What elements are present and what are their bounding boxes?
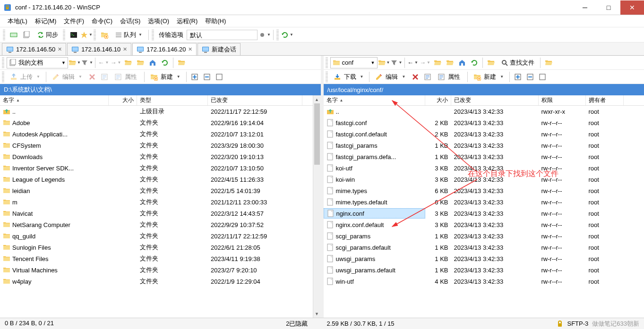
table-row[interactable]: Virtual Machines 文件夹 2023/2/7 9:20:10 bbox=[0, 264, 313, 276]
local-filter-button[interactable]: ▼ bbox=[81, 57, 93, 68]
menu-remote[interactable]: 远程(R) bbox=[174, 16, 200, 26]
local-delete-button[interactable] bbox=[86, 71, 98, 83]
table-row[interactable]: uwsgi_params.default 1 KB 2023/4/13 3:42… bbox=[324, 264, 644, 276]
table-row[interactable]: leidian 文件夹 2022/1/5 14:01:39 bbox=[0, 185, 313, 196]
local-forward-button[interactable]: →▼ bbox=[110, 57, 121, 68]
session-tab-3[interactable]: 新建会话 bbox=[197, 43, 240, 55]
close-button[interactable]: ✕ bbox=[620, 0, 644, 15]
remote-edit-button[interactable]: 编辑▼ bbox=[372, 71, 409, 83]
local-up-button[interactable] bbox=[122, 57, 134, 68]
transfer-settings-button[interactable]: ▼ bbox=[259, 29, 270, 41]
table-row[interactable]: w4play 文件夹 2022/1/9 12:29:04 bbox=[0, 276, 313, 287]
remote-views-button[interactable] bbox=[537, 71, 548, 83]
local-upload-button[interactable]: 上传▼ bbox=[7, 71, 43, 83]
menu-command[interactable]: 命令(C) bbox=[89, 16, 115, 26]
remote-find-button[interactable]: 查找文件 bbox=[498, 57, 538, 68]
menu-options[interactable]: 选项(O) bbox=[145, 16, 172, 26]
remote-open-button[interactable]: ▼ bbox=[378, 57, 390, 68]
col-size[interactable]: 大小 bbox=[109, 95, 137, 105]
local-rename-button[interactable] bbox=[99, 71, 110, 83]
table-row[interactable]: fastcgi_params.defa... 1 KB 2023/4/13 3:… bbox=[324, 151, 644, 162]
remote-delete-button[interactable] bbox=[410, 71, 421, 83]
col-size[interactable]: 大小 bbox=[425, 95, 451, 105]
sync-button[interactable]: 同步 bbox=[34, 29, 61, 41]
menu-session[interactable]: 会话(S) bbox=[117, 16, 143, 26]
table-row[interactable]: uwsgi_params 1 KB 2023/4/13 3:42:33 rw-r… bbox=[324, 253, 644, 264]
minimize-button[interactable]: ─ bbox=[573, 0, 597, 15]
remote-expand-button[interactable] bbox=[512, 71, 524, 83]
table-row[interactable]: scgi_params 1 KB 2023/4/13 3:42:33 rw-r-… bbox=[324, 230, 644, 242]
reconnect-button[interactable]: ▼ bbox=[282, 29, 293, 41]
local-scrollbar[interactable]: ▲▼ bbox=[313, 95, 321, 318]
local-props-button[interactable]: 属性 bbox=[111, 71, 142, 83]
remote-refresh-button[interactable] bbox=[469, 57, 480, 68]
menu-mark[interactable]: 标记(M) bbox=[32, 16, 60, 26]
close-icon[interactable]: ✕ bbox=[58, 46, 62, 52]
compare-button[interactable] bbox=[21, 29, 32, 41]
menu-file[interactable]: 文件(F) bbox=[61, 16, 87, 26]
local-new-button[interactable]: 新建▼ bbox=[147, 71, 184, 83]
remote-dir-combo[interactable]: conf▼ bbox=[330, 57, 378, 68]
col-name[interactable]: 名字▲ bbox=[324, 95, 425, 105]
local-views-button[interactable] bbox=[214, 71, 225, 83]
table-row[interactable]: Tencent Files 文件夹 2023/4/11 9:19:38 bbox=[0, 253, 313, 264]
local-collapse-button[interactable] bbox=[201, 71, 213, 83]
menu-help[interactable]: 帮助(H) bbox=[202, 16, 229, 26]
remote-bookmark-button[interactable] bbox=[485, 57, 497, 68]
favorites-button[interactable]: ▼ bbox=[81, 29, 92, 41]
remote-collapse-button[interactable] bbox=[524, 71, 536, 83]
col-name[interactable]: 名字▲ bbox=[0, 95, 109, 105]
session-tab-1[interactable]: 172.16.146.10✕ bbox=[67, 43, 131, 55]
table-row[interactable]: League of Legends 文件夹 2022/4/15 11:26:33 bbox=[0, 174, 313, 185]
col-rights[interactable]: 权限 bbox=[539, 95, 586, 105]
local-file-list[interactable]: 名字▲ 大小 类型 已改变 .. 上级目录 2022/11/17 22:12:5… bbox=[0, 95, 313, 318]
remote-path-bar[interactable]: /usr/local/nginx/conf/ bbox=[324, 84, 644, 95]
table-row[interactable]: Adobe 文件夹 2022/9/16 19:14:04 bbox=[0, 117, 313, 128]
table-row[interactable]: koi-utf 3 KB 2023/4/13 3:42:33 rw-r--r--… bbox=[324, 162, 644, 174]
table-row[interactable]: fastcgi.conf.default 2 KB 2023/4/13 3:42… bbox=[324, 128, 644, 140]
new-folder-button[interactable] bbox=[99, 29, 110, 41]
transfer-options-combo[interactable]: 默认 bbox=[187, 30, 258, 40]
table-row[interactable]: scgi_params.default 1 KB 2023/4/13 3:42:… bbox=[324, 242, 644, 253]
table-row[interactable]: nginx.conf 3 KB 2023/4/13 3:42:33 rw-r--… bbox=[324, 208, 644, 219]
table-row[interactable]: fastcgi_params 1 KB 2023/4/13 3:42:33 rw… bbox=[324, 140, 644, 151]
local-back-button[interactable]: ←▼ bbox=[98, 57, 109, 68]
table-row[interactable]: CFSystem 文件夹 2023/3/29 18:00:30 bbox=[0, 140, 313, 151]
remote-back-button[interactable]: ←▼ bbox=[407, 57, 419, 68]
remote-bookmark2-button[interactable] bbox=[543, 57, 554, 68]
local-home-button[interactable] bbox=[147, 57, 158, 68]
table-row[interactable]: mime.types.default 6 KB 2023/4/13 3:42:3… bbox=[324, 196, 644, 208]
col-owner[interactable]: 拥有者 bbox=[586, 95, 624, 105]
local-path-bar[interactable]: D:\系统默认\文档\ bbox=[0, 84, 321, 95]
table-row[interactable]: Downloads 文件夹 2022/3/20 19:10:13 bbox=[0, 151, 313, 162]
remote-up-button[interactable] bbox=[432, 57, 443, 68]
remote-rename-button[interactable] bbox=[422, 71, 433, 83]
remote-file-list[interactable]: 名字▲ 大小 已改变 权限 拥有者 .. 2023/4/13 3:42:33 r… bbox=[324, 95, 644, 318]
local-drive-combo[interactable]: 我的文档▼ bbox=[7, 57, 68, 68]
table-row[interactable]: win-utf 4 KB 2023/4/13 3:42:33 rw-r--r--… bbox=[324, 276, 644, 287]
local-root-button[interactable] bbox=[135, 57, 146, 68]
remote-home-button[interactable] bbox=[456, 57, 468, 68]
local-edit-button[interactable]: 编辑▼ bbox=[49, 71, 86, 83]
local-bookmark-button[interactable] bbox=[176, 57, 187, 68]
maximize-button[interactable]: □ bbox=[597, 0, 620, 15]
queue-button[interactable]: 队列▼ bbox=[112, 29, 146, 41]
table-row[interactable]: Autodesk Applicati... 文件夹 2022/10/7 13:1… bbox=[0, 128, 313, 140]
local-refresh-button[interactable] bbox=[159, 57, 171, 68]
table-row[interactable]: fastcgi.conf 2 KB 2023/4/13 3:42:33 rw-r… bbox=[324, 117, 644, 128]
table-row[interactable]: mime.types 6 KB 2023/4/13 3:42:33 rw-r--… bbox=[324, 185, 644, 196]
remote-props-button[interactable]: 属性 bbox=[434, 71, 465, 83]
table-row[interactable]: koi-win 3 KB 2023/4/13 3:42:33 rw-r--r--… bbox=[324, 174, 644, 185]
table-row[interactable]: .. 2023/4/13 3:42:33 rwxr-xr-x root bbox=[324, 106, 644, 117]
col-type[interactable]: 类型 bbox=[137, 95, 208, 105]
table-row[interactable]: qq_guild 文件夹 2022/11/17 22:12:59 bbox=[0, 230, 313, 242]
remote-download-button[interactable]: 下载▼ bbox=[330, 71, 367, 83]
local-open-button[interactable]: ▼ bbox=[69, 57, 80, 68]
local-expand-button[interactable] bbox=[189, 71, 200, 83]
remote-filter-button[interactable]: ▼ bbox=[391, 57, 402, 68]
table-row[interactable]: m 文件夹 2021/12/11 23:00:33 bbox=[0, 196, 313, 208]
table-row[interactable]: Navicat 文件夹 2022/3/12 14:43:57 bbox=[0, 208, 313, 219]
close-icon[interactable]: ✕ bbox=[188, 46, 192, 52]
menu-local[interactable]: 本地(L) bbox=[5, 16, 30, 26]
remote-new-button[interactable]: 新建▼ bbox=[470, 71, 507, 83]
